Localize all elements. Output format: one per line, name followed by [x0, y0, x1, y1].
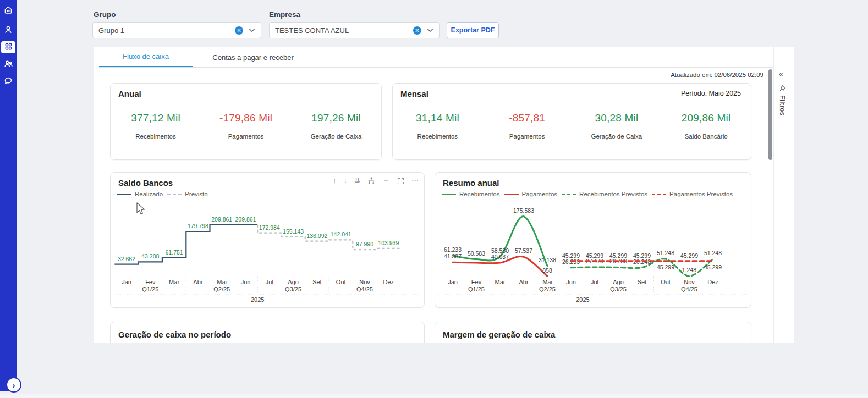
users-icon	[4, 59, 13, 70]
window-bottom-strip	[0, 394, 868, 398]
metric-value: 209,86 Mil	[661, 112, 751, 124]
data-label: 45.299	[609, 252, 627, 259]
export-pdf-button[interactable]: Exportar PDF	[447, 22, 499, 38]
tabs-divider	[99, 67, 781, 68]
x-axis-label: Fev	[145, 279, 156, 285]
metric-recebimentos: 377,12 MilRecebimentos	[111, 112, 201, 140]
chevron-down-icon[interactable]	[427, 27, 433, 34]
data-label: 45.299	[586, 252, 603, 259]
sidebar-item-home[interactable]	[0, 4, 17, 18]
geracao-caixa-title: Geração de caixa no período	[118, 330, 231, 339]
filters-pane-collapsed: « Filtros	[773, 47, 794, 343]
x-axis-label: Dez	[707, 279, 718, 285]
metric-value: 377,12 Mil	[111, 112, 201, 124]
card-margem-geracao: Margem de geração de caixa	[435, 322, 751, 343]
metric-label: Recebimentos	[393, 133, 482, 140]
metric-pagamentos: -179,86 MilPagamentos	[201, 112, 291, 140]
x-axis-label: Mai	[542, 279, 552, 285]
year-axis-label: 2025	[251, 296, 264, 303]
data-label: 172.984	[259, 224, 280, 231]
data-label: 1.248	[682, 267, 696, 273]
x-axis-label: Nov	[359, 279, 370, 285]
metric-recebimentos: 31,14 MilRecebimentos	[393, 112, 482, 140]
tab-contas-a-pagar-e-receber[interactable]: Contas a pagar e receber	[206, 47, 300, 68]
metric-label: Pagamentos	[482, 133, 572, 140]
x-axis-label: Fev	[471, 279, 482, 285]
app-screen: › Grupo Grupo 1 ✕ Empresa TESTES CONTA A…	[0, 0, 868, 398]
tab-fluxo-de-caixa[interactable]: Fluxo de caixa	[99, 47, 193, 68]
data-label: 45.299	[562, 252, 580, 259]
x-axis-label: Abr	[193, 279, 202, 285]
x-axis-label: Jan	[122, 279, 131, 285]
data-label: 179.798	[188, 223, 208, 229]
resumo-anual-chart[interactable]: JanFevMarAbrMaiJunJulAgoSetOutNovDezQ1/2…	[435, 173, 752, 308]
grupo-label: Grupo	[94, 10, 116, 19]
metric-pagamentos: -857,81Pagamentos	[482, 112, 572, 140]
x-axis-label: Jan	[448, 279, 458, 285]
sidebar-item-dashboards[interactable]	[1, 41, 15, 53]
x-axis-label: Abr	[519, 279, 528, 285]
data-label: 209.861	[211, 216, 232, 223]
quarter-axis-label: Q1/25	[468, 286, 485, 292]
data-label: 45.299	[657, 264, 674, 270]
sidebar-expand-button[interactable]: ›	[6, 377, 21, 393]
data-label: 45.299	[704, 264, 722, 270]
x-axis-label: Nov	[684, 279, 695, 285]
data-label: 155.143	[283, 228, 304, 235]
x-axis-label: Mar	[495, 279, 506, 285]
vertical-scrollbar[interactable]	[768, 69, 772, 160]
x-axis-label: Out	[661, 279, 671, 285]
data-label: 103.939	[378, 240, 399, 246]
quarter-axis-label: Q3/25	[610, 286, 627, 292]
quarter-axis-label: Q2/25	[539, 286, 556, 292]
metric-value: -179,86 Mil	[201, 112, 291, 124]
quarter-axis-label: Q4/25	[681, 286, 697, 292]
metric-label: Geração de Caixa	[291, 133, 381, 140]
dashboard-panel: Fluxo de caixa Contas a pagar e receber …	[94, 47, 794, 343]
saldo-bancos-chart[interactable]: JanFevMarAbrMaiJunJulAgoSetOutNovDezQ1/2…	[111, 173, 425, 308]
grupo-select[interactable]: Grupo 1 ✕	[92, 22, 261, 38]
data-label: 97.990	[356, 241, 373, 247]
empresa-select[interactable]: TESTES CONTA AZUL ✕	[269, 22, 440, 38]
metric-label: Saldo Bancário	[661, 133, 751, 140]
metric-value: 31,14 Mil	[393, 112, 482, 124]
x-axis-label: Jul	[591, 279, 598, 285]
chevron-right-icon: ›	[13, 380, 15, 390]
data-label: 40.037	[491, 253, 509, 260]
card-anual: Anual 377,12 MilRecebimentos-179,86 MilP…	[110, 83, 382, 160]
empresa-select-value: TESTES CONTA AZUL	[275, 26, 413, 35]
clear-selection-icon[interactable]: ✕	[235, 26, 243, 35]
card-mensal: Mensal Período: Maio 2025 31,14 MilReceb…	[392, 83, 751, 160]
series-realizado	[114, 225, 257, 264]
x-axis-label: Ago	[613, 279, 624, 285]
mensal-metrics-row: 31,14 MilRecebimentos-857,81Pagamentos30…	[393, 112, 751, 140]
expand-filters-icon[interactable]: «	[779, 70, 783, 78]
quarter-axis-label: Q4/25	[356, 286, 373, 292]
data-label: 43.208	[141, 253, 159, 259]
data-label: 45.299	[680, 252, 698, 259]
sidebar-item-profile[interactable]	[0, 24, 17, 37]
data-label: 136.092	[306, 233, 327, 239]
metric-value: -857,81	[482, 112, 572, 124]
pin-icon[interactable]	[779, 84, 787, 94]
data-label: 142.041	[331, 231, 351, 237]
data-label: 58.580	[491, 247, 509, 254]
data-label: 61.233	[444, 246, 462, 253]
sidebar-item-chat[interactable]	[0, 75, 17, 89]
filters-pane-label[interactable]: Filtros	[778, 95, 786, 116]
card-resumo-anual: Resumo anual RecebimentosPagamentosReceb…	[435, 172, 751, 308]
metric-label: Geração de Caixa	[572, 133, 662, 140]
data-label: 51.248	[704, 250, 722, 256]
data-label: 51.248	[657, 250, 674, 256]
empresa-label: Empresa	[269, 10, 300, 19]
clear-selection-icon[interactable]: ✕	[413, 26, 421, 35]
x-axis-label: Mai	[217, 279, 227, 285]
grupo-select-value: Grupo 1	[98, 26, 235, 35]
metric-value: 30,28 Mil	[572, 112, 662, 124]
metric-label: Pagamentos	[201, 133, 291, 140]
sidebar-item-users[interactable]	[0, 58, 17, 71]
data-label: 209.861	[235, 216, 256, 223]
metric-geracao-de-caixa: 30,28 MilGeração de Caixa	[572, 112, 662, 140]
chevron-down-icon[interactable]	[249, 27, 255, 34]
quarter-axis-label: Q2/25	[213, 286, 230, 292]
